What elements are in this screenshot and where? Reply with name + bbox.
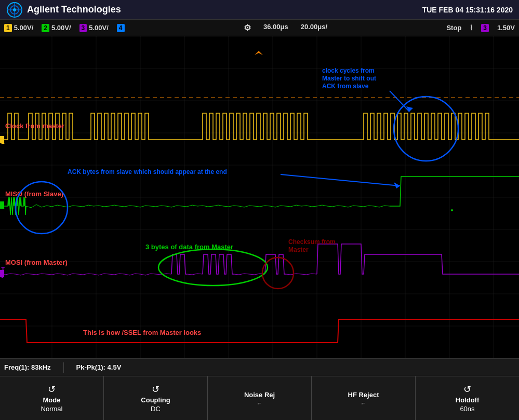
hf-reject-button[interactable]: HF Reject ⌐ <box>312 376 416 420</box>
ch3-marker2: 3 <box>1 274 4 279</box>
clock-cycles-annotation2: Master to shift out <box>322 75 376 82</box>
ch2-setting: 2 5.00V/ <box>42 24 71 32</box>
mode-value: Normal <box>41 405 63 413</box>
ch3-setting: 3 5.00V/ <box>79 24 109 32</box>
ch4-setting: 4 <box>117 24 125 32</box>
ch2-num: 2 <box>42 24 49 32</box>
stop-label: Stop <box>446 24 461 32</box>
checksum-annotation: Checksum from <box>288 238 336 246</box>
clock-cycles-annotation3: ACK from slave <box>322 83 369 90</box>
ch2-val: 5.00V/ <box>51 24 71 32</box>
trig-ch: 3 <box>481 24 489 32</box>
ssel-annotation: This is how /SSEL from Master looks <box>83 329 201 336</box>
brand-name: Agilent Technologies <box>27 4 121 15</box>
time-center: 36.00μs <box>263 23 288 33</box>
mode-refresh-icon: ↺ <box>48 384 56 395</box>
header: Agilent Technologies TUE FEB 04 15:31:16… <box>0 0 519 20</box>
brand-logo-icon <box>6 2 23 18</box>
toolbar-center: ⚙ 36.00μs 20.00μs/ <box>133 23 438 33</box>
noise-rej-button[interactable]: Noise Rej ⌐ <box>208 376 312 420</box>
ch1-setting: 1 5.00V/ <box>4 24 33 32</box>
ch1-val: 5.00V/ <box>14 24 34 32</box>
scope-area: Clock from master MISO (from Slave) MOSI… <box>0 36 519 358</box>
ch1-marker: 1 <box>1 138 5 145</box>
hf-reject-sub: ⌐ <box>362 400 365 406</box>
ch2-marker: 2 <box>1 203 5 210</box>
ch1-annotation: Clock from master <box>5 122 64 130</box>
ch4-num: 4 <box>117 24 125 32</box>
holdoff-label: Holdoff <box>456 396 479 404</box>
time-div: 20.00μs/ <box>301 23 327 33</box>
ack-annotation: ACK bytes from slave which should appear… <box>68 168 227 175</box>
pkpk-label: Pk-Pk(1): 4.5V <box>76 363 122 371</box>
ch1-num: 1 <box>4 24 12 32</box>
svg-point-4 <box>13 8 16 11</box>
mode-button[interactable]: ↺ Mode Normal <box>0 376 104 420</box>
timestamp: TUE FEB 04 15:31:16 2020 <box>422 6 513 14</box>
ch3-annotation: MOSI (from Master) <box>5 259 68 266</box>
freq-label: Freq(1): 83kHz <box>4 363 51 371</box>
data-annotation: 3 bytes of data from Master <box>145 243 233 251</box>
noise-rej-label: Noise Rej <box>244 391 275 399</box>
holdoff-refresh-icon: ↺ <box>463 384 471 395</box>
coupling-label: Coupling <box>141 396 170 404</box>
checksum-annotation2: Master <box>288 246 309 253</box>
holdoff-button[interactable]: ↺ Holdoff 60ns <box>416 376 519 420</box>
ch3-marker: T <box>1 266 5 273</box>
coupling-value: DC <box>151 405 161 413</box>
gear-icon: ⚙ <box>244 23 251 33</box>
coupling-button[interactable]: ↺ Coupling DC <box>104 376 208 420</box>
ch3-num: 3 <box>79 24 87 32</box>
holdoff-value: 60ns <box>460 405 474 413</box>
ch2-annotation: MISO (from Slave) <box>5 190 63 198</box>
brand: Agilent Technologies <box>6 2 121 18</box>
toolbar-right: Stop ⌇ 3 1.50V <box>446 24 515 32</box>
clock-cycles-annotation: clock cycles from <box>322 67 375 74</box>
mode-label: Mode <box>43 396 61 404</box>
scope-display: Clock from master MISO (from Slave) MOSI… <box>0 36 519 358</box>
bottom-bar: ↺ Mode Normal ↺ Coupling DC Noise Rej ⌐ … <box>0 376 519 420</box>
trig-val: 1.50V <box>497 24 515 32</box>
svg-point-31 <box>451 209 453 211</box>
trig-icon: ⌇ <box>470 24 473 32</box>
noise-rej-sub: ⌐ <box>258 400 261 406</box>
toolbar: 1 5.00V/ 2 5.00V/ 3 5.00V/ 4 ⚙ 36.00μs 2… <box>0 20 519 36</box>
ch3-val: 5.00V/ <box>89 24 109 32</box>
coupling-refresh-icon: ↺ <box>152 384 159 395</box>
hf-reject-label: HF Reject <box>348 391 379 399</box>
status-bar: Freq(1): 83kHz Pk-Pk(1): 4.5V <box>0 358 519 376</box>
